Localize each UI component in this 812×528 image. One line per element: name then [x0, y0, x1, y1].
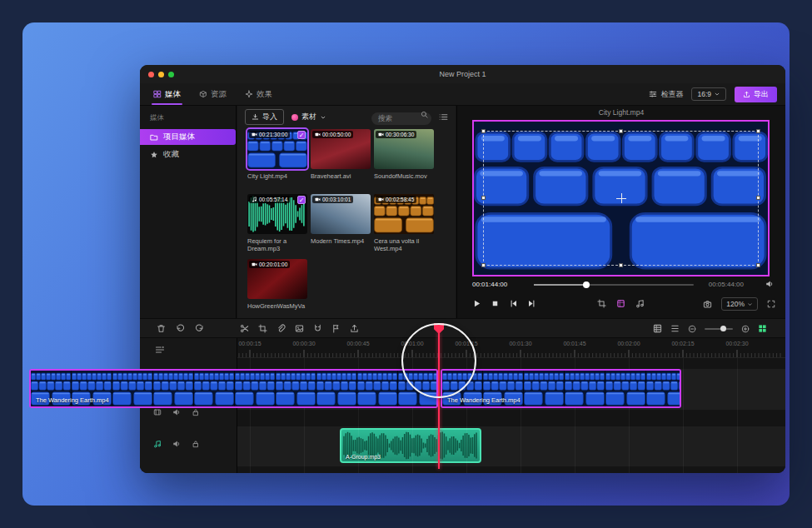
- magnet-icon[interactable]: [313, 324, 322, 333]
- video-track-lock-icon[interactable]: [192, 408, 200, 416]
- selected-checkbox[interactable]: ✓: [297, 131, 306, 139]
- search-icon: [421, 111, 428, 118]
- filmstrip-frame: [565, 371, 605, 406]
- export-label: 导出: [754, 89, 769, 100]
- export-up-icon[interactable]: [350, 324, 359, 333]
- play-icon[interactable]: [472, 299, 481, 308]
- import-button[interactable]: 导入: [245, 109, 284, 125]
- timeline-zoom-out-icon[interactable]: [688, 325, 696, 333]
- crop-box[interactable]: [483, 131, 759, 266]
- filmstrip-frame: [153, 371, 194, 406]
- media-item[interactable]: 00:03:10:01Modern Times.mp4: [311, 194, 371, 245]
- star-icon: [150, 151, 158, 159]
- timeline-clip-video-2[interactable]: The Wandering Earth.mp4: [441, 369, 681, 408]
- step-back-icon[interactable]: [509, 299, 518, 308]
- tab-label: 媒体: [165, 89, 181, 100]
- sidebar-item-favorites[interactable]: 收藏: [140, 147, 236, 162]
- filmstrip-frame: [398, 371, 438, 406]
- timeline-zoom-in-icon[interactable]: [741, 325, 750, 333]
- crop-handle[interactable]: [756, 196, 760, 200]
- track-manage-icon[interactable]: [155, 345, 165, 355]
- music-icon: [252, 197, 257, 202]
- crop-handle[interactable]: [481, 263, 486, 267]
- audio-track-mute-icon[interactable]: [172, 440, 181, 448]
- playhead[interactable]: [438, 332, 440, 469]
- ruler-label: 00:01:30: [509, 341, 531, 346]
- marker-icon[interactable]: [331, 324, 341, 333]
- camera-icon: [378, 132, 384, 137]
- list-view-toggle[interactable]: [439, 112, 448, 122]
- timeline-clip-audio[interactable]: A-Group.mp3: [340, 428, 481, 463]
- tab-media[interactable]: 媒体: [152, 83, 182, 105]
- video-track-mute-icon[interactable]: [172, 408, 181, 416]
- trash-icon[interactable]: [157, 324, 166, 333]
- grid-line: [683, 358, 684, 473]
- camera-icon: [315, 132, 321, 137]
- timeline-zoom-knob[interactable]: [720, 326, 726, 331]
- media-item[interactable]: 00:05:57:14✓Requiem for a Dream.mp3: [247, 194, 307, 252]
- fit-timeline-icon[interactable]: [758, 324, 767, 333]
- crop-handle[interactable]: [619, 129, 623, 133]
- attach-icon[interactable]: [276, 324, 286, 333]
- crop-handle[interactable]: [619, 263, 623, 267]
- media-thumbnail: 00:30:06:30: [374, 129, 434, 169]
- snapshot-icon[interactable]: [703, 300, 712, 309]
- filmstrip-frame: [194, 371, 235, 406]
- media-item[interactable]: 00:20:01:00HowGreenWasMyVa: [247, 259, 307, 310]
- crop-handle[interactable]: [481, 196, 486, 200]
- aspect-ratio-select[interactable]: 16:9: [691, 87, 726, 101]
- volume-icon[interactable]: [765, 280, 774, 288]
- undo-icon[interactable]: [176, 324, 185, 333]
- crop-handle[interactable]: [756, 129, 760, 133]
- inspector-label: 检查器: [660, 89, 683, 100]
- scrubber-knob[interactable]: [583, 281, 590, 288]
- preview-zoom-select[interactable]: 120%: [721, 297, 758, 311]
- timeline-clip-video-1[interactable]: The Wandering Earth.mp4: [29, 369, 438, 408]
- time-ruler[interactable]: 00:00:1500:00:3000:00:4500:01:0000:01:15…: [237, 338, 785, 358]
- camera-icon: [378, 197, 384, 202]
- tab-effects[interactable]: 效果: [243, 83, 274, 105]
- filmstrip-frame: [276, 371, 316, 406]
- media-item[interactable]: 00:02:58:45Cera una volta il West.mp4: [374, 194, 434, 252]
- scrubber[interactable]: [534, 284, 694, 286]
- scissors-icon[interactable]: [240, 324, 249, 333]
- audio-track-lock-icon[interactable]: [192, 440, 200, 448]
- media-thumbnail: 00:03:10:01: [311, 194, 371, 234]
- track-height-icon[interactable]: [670, 324, 680, 333]
- redo-icon[interactable]: [195, 324, 204, 333]
- current-timecode: 00:01:44:00: [472, 281, 507, 288]
- selected-checkbox[interactable]: ✓: [297, 196, 306, 204]
- filmstrip-frame: [605, 371, 646, 406]
- media-item[interactable]: 00:21:30:00✓City Light.mp4: [247, 129, 307, 180]
- effects-tab-icon: [245, 90, 253, 98]
- reframe-icon[interactable]: [616, 299, 625, 308]
- crop-tool-icon[interactable]: [597, 299, 606, 308]
- preview-video[interactable]: [472, 120, 770, 276]
- media-item[interactable]: 00:30:06:30SoundofMusic.mov: [374, 129, 434, 180]
- stop-icon[interactable]: [491, 299, 500, 308]
- sidebar-item-label: 收藏: [163, 149, 179, 160]
- fullscreen-icon[interactable]: [767, 300, 775, 308]
- inspector-button[interactable]: 检查器: [649, 89, 683, 100]
- preview-zoom-value: 120%: [726, 300, 745, 308]
- track-view-icon[interactable]: [653, 324, 662, 333]
- crop-handle[interactable]: [756, 263, 760, 267]
- ruler-label: 00:01:15: [455, 341, 477, 346]
- preview-clip-title: City Light.mp4: [457, 106, 785, 119]
- duration-text: 00:00:50:00: [322, 132, 351, 137]
- audio-tool-icon[interactable]: [635, 299, 645, 308]
- media-item-name: SoundofMusic.mov: [374, 172, 434, 180]
- timeline-zoom-slider[interactable]: [705, 328, 733, 330]
- media-item[interactable]: 00:00:50:00Braveheart.avi: [311, 129, 371, 180]
- sidebar-item-project-media[interactable]: 项目媒体: [140, 129, 236, 145]
- image-icon[interactable]: [295, 324, 304, 333]
- step-forward-icon[interactable]: [527, 299, 536, 308]
- video-track-icon: [153, 408, 162, 416]
- audio-track-lane[interactable]: [237, 426, 785, 466]
- crop-icon[interactable]: [258, 324, 267, 333]
- ruler-label: 00:01:45: [563, 341, 585, 346]
- material-filter-dropdown[interactable]: 素材: [291, 112, 326, 122]
- tab-resources[interactable]: 资源: [197, 83, 228, 105]
- export-button[interactable]: 导出: [735, 87, 777, 102]
- crop-handle[interactable]: [481, 129, 486, 133]
